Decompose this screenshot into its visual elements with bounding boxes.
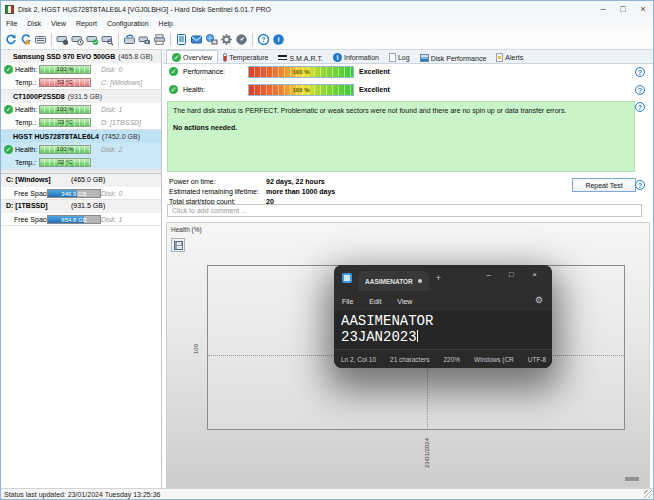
- disk-overview-icon[interactable]: [33, 31, 48, 47]
- health-ok-icon: ✓: [4, 145, 13, 154]
- tab-overview[interactable]: ✓Overview: [166, 50, 218, 63]
- performance-ok-icon: ✓: [169, 67, 178, 76]
- temp-label: Temp.:: [15, 79, 36, 86]
- notepad-menu-edit[interactable]: Edit: [361, 298, 389, 305]
- help-icon[interactable]: ?: [256, 31, 271, 47]
- notepad-minimize-button[interactable]: –: [477, 265, 500, 287]
- save-chart-button[interactable]: [171, 238, 185, 252]
- notepad-statusbar: Ln 2, Col 10 21 characters 220% Windows …: [334, 349, 552, 368]
- gauge-icon[interactable]: [234, 31, 249, 47]
- zoom-level: 220%: [436, 356, 467, 363]
- notepad-maximize-button[interactable]: □: [500, 265, 523, 287]
- performance-label: Performance:: [183, 68, 225, 75]
- disk-capture-icon[interactable]: [137, 31, 152, 47]
- temp-label: Temp.:: [15, 159, 36, 166]
- disk-name: CT1000P2SSD8: [13, 93, 65, 100]
- health-bar: 100 %: [39, 145, 91, 154]
- print-icon[interactable]: [152, 31, 167, 47]
- volume-label: C: [Windows]: [101, 79, 142, 86]
- disk-search-icon[interactable]: [100, 31, 115, 47]
- help-icon[interactable]: ?: [635, 180, 645, 190]
- notepad-tab[interactable]: AASIMENATOR: [358, 271, 429, 291]
- notepad-menu-file[interactable]: File: [334, 298, 361, 305]
- network-icon[interactable]: [204, 31, 219, 47]
- resize-grip[interactable]: [644, 490, 652, 498]
- refresh-icon[interactable]: [3, 31, 18, 47]
- info-icon[interactable]: i: [271, 31, 286, 47]
- disk-capacity: (465.8 GB): [118, 53, 152, 60]
- disk-item-1[interactable]: CT1000P2SSD8(931.5 GB) ✓Health:100 %Disk…: [1, 90, 161, 130]
- maximize-button[interactable]: □: [613, 1, 633, 17]
- menu-disk[interactable]: Disk: [22, 20, 46, 27]
- unsaved-dot-icon: [418, 279, 422, 283]
- settings-gear-icon[interactable]: [219, 31, 234, 47]
- minimize-button[interactable]: –: [593, 1, 613, 17]
- disk-tools-icon[interactable]: [55, 31, 70, 47]
- thermometer-icon: [223, 53, 227, 62]
- help-icon[interactable]: ?: [635, 85, 645, 95]
- performance-chart-icon: [420, 54, 429, 62]
- health-gauge: 100 %: [248, 84, 354, 96]
- disk-number: Disk: 0: [101, 66, 122, 73]
- disk-item-0[interactable]: Samsung SSD 970 EVO 500GB(465.8 GB) ✓Hea…: [1, 50, 161, 90]
- health-ok-icon: ✓: [4, 105, 13, 114]
- menu-view[interactable]: View: [46, 20, 71, 27]
- health-bar: 100 %: [39, 65, 91, 74]
- menu-help[interactable]: Help: [154, 20, 178, 27]
- status-text: Status last updated: 23/01/2024 Tuesday …: [4, 491, 160, 498]
- help-icon[interactable]: ?: [635, 67, 645, 77]
- smart-icon: [278, 55, 287, 62]
- comment-input[interactable]: Click to add comment ...: [167, 204, 642, 217]
- help-icon[interactable]: ?: [635, 102, 645, 112]
- tab-disk-performance[interactable]: Disk Performance: [415, 52, 492, 63]
- partition-item-d[interactable]: D: [1TBSSD](931.5 GB) Free Space 654.8 G…: [1, 200, 161, 226]
- repeat-test-button[interactable]: Repeat Test: [572, 178, 636, 192]
- partition-item-c[interactable]: C: [Windows](465.0 GB) Free Space 346.9 …: [1, 174, 161, 200]
- disk-check-icon[interactable]: [85, 31, 100, 47]
- health-label: Health:: [15, 146, 37, 153]
- partition-name: D: [1TBSSD]: [6, 202, 48, 209]
- disk-capacity: (931.5 GB): [68, 93, 102, 100]
- health-bar: 100 %: [39, 105, 91, 114]
- disk-eject-icon[interactable]: [122, 31, 137, 47]
- disk-item-2-selected[interactable]: HGST HUS728T8TALE6L4(7452.0 GB) ✓Health:…: [1, 130, 161, 170]
- tab-alerts[interactable]: Alerts: [491, 51, 528, 63]
- overview-check-icon: ✓: [172, 53, 181, 62]
- floppy-disk-icon: [174, 241, 183, 250]
- notepad-menu-view[interactable]: View: [389, 298, 420, 305]
- notepad-settings-gear-icon[interactable]: ⚙: [535, 295, 543, 305]
- tab-smart[interactable]: S.M.A.R.T.: [273, 53, 327, 63]
- encoding: UTF-8: [521, 356, 552, 363]
- partition-name: C: [Windows]: [6, 176, 51, 183]
- notepad-window: AASIMENATOR + – □ × File Edit View ⚙ AAS…: [334, 265, 552, 368]
- y-axis-tick: 100: [193, 344, 199, 354]
- line-ending: Windows (CR: [467, 356, 521, 363]
- chart-title: Health (%): [171, 226, 202, 233]
- menu-report[interactable]: Report: [71, 20, 102, 27]
- power-on-value: 92 days, 22 hours: [266, 178, 325, 185]
- chart-scrollbar-thumb[interactable]: [625, 477, 639, 481]
- performance-rating: Excellent: [359, 68, 390, 75]
- tab-log[interactable]: Log: [384, 51, 415, 63]
- disk-name: HGST HUS728T8TALE6L4: [13, 133, 99, 140]
- health-row: ✓ Health: 100 % Excellent ?: [163, 84, 653, 97]
- report-icon[interactable]: [174, 31, 189, 47]
- disk-clock-icon[interactable]: [70, 31, 85, 47]
- power-on-label: Power on time:: [169, 178, 216, 185]
- text-cursor: [417, 330, 418, 342]
- close-button[interactable]: ×: [633, 1, 653, 17]
- notepad-menubar: File Edit View ⚙: [334, 291, 552, 311]
- notepad-text-area[interactable]: AASIMENATOR23JAN2023: [334, 311, 552, 349]
- tab-temperature[interactable]: Temperature: [218, 51, 273, 63]
- menu-file[interactable]: File: [1, 20, 22, 27]
- status-message-box: The hard disk status is PERFECT. Problem…: [167, 101, 635, 172]
- new-tab-button[interactable]: +: [436, 273, 441, 283]
- alerts-icon: [496, 53, 503, 62]
- menu-configuration[interactable]: Configuration: [102, 20, 154, 27]
- notepad-close-button[interactable]: ×: [523, 265, 546, 287]
- disk-number: Disk: 1: [101, 216, 122, 223]
- refresh-warning-icon[interactable]: [18, 31, 33, 47]
- health-label: Health:: [183, 86, 205, 93]
- email-icon[interactable]: [189, 31, 204, 47]
- tab-information[interactable]: iInformation: [328, 51, 384, 63]
